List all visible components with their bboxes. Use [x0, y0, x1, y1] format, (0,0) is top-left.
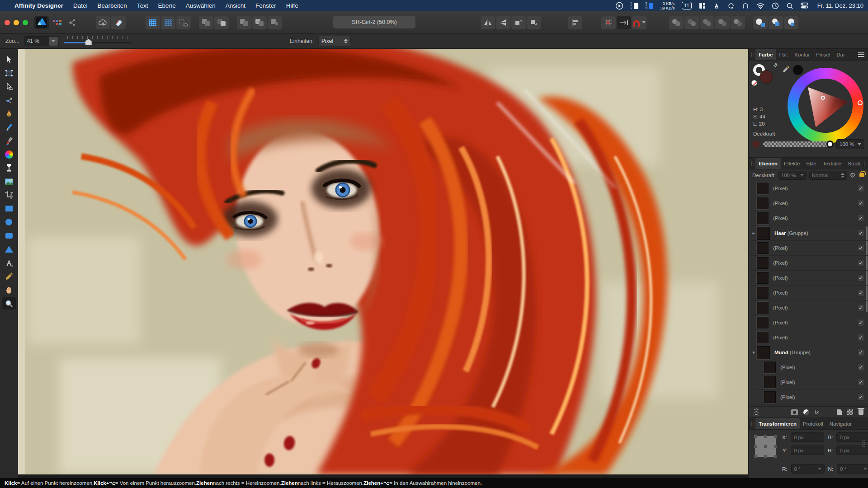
zoom-slider[interactable] [64, 36, 132, 46]
layer-thumbnail[interactable] [757, 227, 770, 240]
node-tool[interactable] [2, 80, 16, 93]
app-menu[interactable]: Affinity Designer [14, 2, 63, 9]
layer-row[interactable]: (Pixel)✓ [749, 271, 868, 286]
transform-n-input[interactable]: 0 ° [837, 464, 868, 474]
layer-thumbnail[interactable] [764, 391, 776, 403]
panel-grip[interactable]: || [751, 421, 754, 426]
menubar-item[interactable]: Ansicht [226, 2, 245, 9]
layer-thumbnail[interactable] [764, 376, 776, 388]
panel-grip[interactable]: || [751, 161, 754, 166]
color-panel-tab[interactable]: Farbe [755, 49, 776, 60]
boolean-add-button[interactable] [669, 16, 684, 29]
layer-row[interactable]: (Pixel)✓ [749, 330, 868, 345]
menubar-item[interactable]: Auswählen [186, 2, 216, 9]
layer-row[interactable]: (Pixel)✓ [749, 181, 868, 196]
layer-thumbnail[interactable] [757, 346, 770, 359]
layer-row[interactable]: (Pixel)✓ [749, 286, 868, 300]
network-speed[interactable]: 0 KB/s39 KB/s [660, 1, 675, 10]
layers-stack-icon[interactable] [753, 408, 760, 416]
layer-expander-icon[interactable]: ► [750, 231, 757, 235]
sync-icon[interactable] [727, 2, 735, 9]
layers-panel-tab[interactable]: Ebenen [755, 158, 781, 169]
zoom-level-dropdown[interactable]: 41 % [24, 36, 59, 46]
transform-panel-tab[interactable]: Transformieren [755, 418, 800, 429]
layer-visibility-checkbox[interactable]: ✓ [857, 394, 864, 401]
shape-mode-2-button[interactable] [769, 16, 783, 29]
transform-r-input[interactable]: 0 ° [791, 464, 825, 474]
layer-visibility-checkbox[interactable]: ✓ [857, 349, 864, 356]
export-persona-button[interactable] [65, 16, 80, 29]
transform-panel-tab[interactable]: Navigator [826, 418, 855, 429]
move-tool[interactable] [2, 53, 16, 66]
swap-colors-icon[interactable]: ⇄ [772, 62, 779, 69]
headphones-icon[interactable] [742, 2, 749, 9]
color-panel-tab[interactable]: Fbf. [776, 49, 792, 60]
menubar-clock[interactable]: Fr. 11. Dez. 23:10 [817, 2, 863, 9]
adjustment-layer-icon[interactable] [803, 409, 809, 415]
layer-thumbnail[interactable] [757, 242, 769, 254]
layers-panel-tab[interactable]: Stile [803, 158, 819, 169]
snapping-button[interactable] [632, 16, 646, 29]
boolean-divide-button[interactable] [715, 16, 730, 29]
move-front-button[interactable] [214, 16, 229, 29]
boolean-combine-button[interactable] [731, 16, 745, 29]
link-dimensions-icon[interactable] [863, 440, 865, 447]
flip-horizontal-button[interactable] [481, 16, 495, 29]
layer-visibility-checkbox[interactable]: ✓ [857, 364, 864, 371]
menubar-item[interactable]: Bearbeiten [98, 2, 127, 9]
color-tool[interactable] [2, 148, 16, 160]
alignment-button[interactable] [568, 16, 582, 29]
vector-brush-tool[interactable] [2, 135, 16, 147]
layer-row[interactable]: (Pixel)✓ [749, 315, 868, 330]
insert-top-button[interactable] [252, 16, 267, 29]
pen-tool[interactable] [2, 108, 16, 120]
layer-visibility-checkbox[interactable]: ✓ [857, 304, 864, 311]
layer-thumbnail[interactable] [757, 287, 769, 299]
minimize-window-button[interactable] [14, 20, 19, 25]
new-pixel-layer-icon[interactable] [847, 409, 853, 415]
snapping-dropdown-arrow[interactable] [642, 21, 646, 23]
layer-visibility-checkbox[interactable]: ✓ [857, 274, 864, 282]
boolean-subtract-button[interactable] [684, 16, 699, 29]
panel-grip[interactable]: || [751, 52, 754, 57]
layer-thumbnail[interactable] [757, 332, 769, 343]
units-stepper-icon[interactable] [344, 39, 348, 43]
menubar-item[interactable]: Datei [73, 2, 88, 9]
document-title[interactable]: SR-Girl-2 (50.0%) [333, 16, 415, 28]
layer-visibility-checkbox[interactable]: ✓ [857, 230, 864, 237]
shape-mode-1-button[interactable] [753, 16, 768, 29]
select-grid-button[interactable] [161, 16, 175, 29]
anchor-point-selector[interactable] [755, 436, 776, 457]
shape-mode-3-button[interactable] [784, 16, 798, 29]
insert-inside-button[interactable] [268, 16, 282, 29]
rectangle-tool[interactable] [2, 202, 16, 215]
menubar-item[interactable]: Ebene [158, 2, 176, 9]
panel-menu-icon[interactable] [864, 161, 864, 166]
hue-selector[interactable] [858, 100, 863, 105]
sl-selector[interactable] [821, 96, 825, 100]
layer-visibility-checkbox[interactable]: ✓ [857, 244, 864, 252]
menubar-item[interactable]: Fenster [255, 2, 276, 9]
color-wheel[interactable] [788, 68, 863, 144]
view-tool[interactable] [2, 284, 16, 296]
wifi-icon[interactable] [756, 3, 764, 9]
artboard-tool[interactable] [2, 67, 16, 79]
layer-settings-gear-icon[interactable]: ⚙ [850, 171, 856, 179]
layer-row[interactable]: (Pixel)✓ [749, 390, 868, 405]
fill-swatch[interactable] [760, 70, 773, 84]
insert-behind-button[interactable] [237, 16, 251, 29]
pencil-tool[interactable] [2, 121, 16, 133]
layer-row[interactable]: (Pixel)✓ [749, 360, 868, 375]
layer-visibility-checkbox[interactable]: ✓ [857, 259, 864, 267]
layer-visibility-checkbox[interactable]: ✓ [857, 334, 864, 341]
show-grid-button[interactable] [601, 16, 616, 29]
layer-visibility-checkbox[interactable]: ✓ [857, 289, 864, 296]
layer-thumbnail[interactable] [757, 272, 769, 284]
layer-opacity-dropdown[interactable]: 100 % [778, 171, 807, 180]
layer-group-row[interactable]: ▼Mund (Gruppe)✓ [749, 345, 868, 360]
layer-visibility-checkbox[interactable]: ✓ [857, 215, 864, 222]
move-back-button[interactable] [199, 16, 213, 29]
layer-thumbnail[interactable] [757, 183, 769, 194]
layer-row[interactable]: (Pixel)✓ [749, 241, 868, 256]
color-panel-tab[interactable]: Dar [834, 49, 849, 60]
